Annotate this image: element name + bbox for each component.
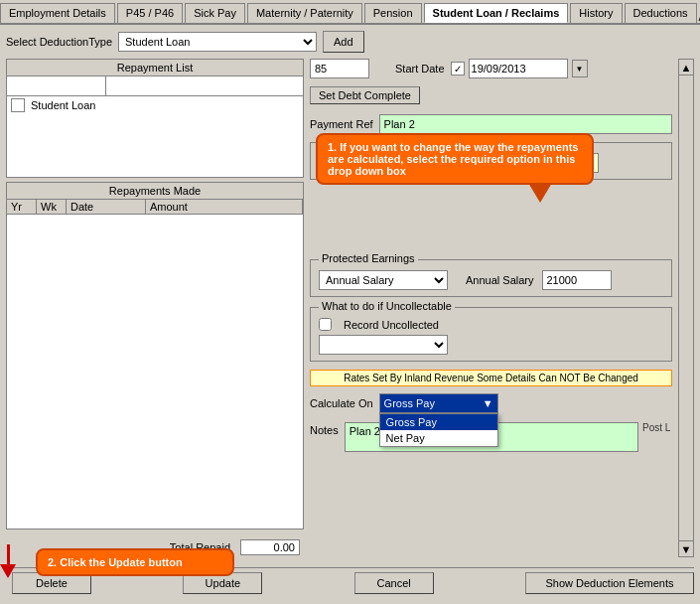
add-button[interactable]: Add: [323, 31, 364, 53]
payment-ref-input[interactable]: [379, 114, 672, 134]
option-net-pay[interactable]: Net Pay: [380, 430, 497, 446]
repayments-table-header: Yr Wk Date Amount: [7, 200, 303, 215]
option-gross-pay[interactable]: Gross Pay: [380, 414, 497, 430]
vertical-scrollbar[interactable]: ▲ ▼: [678, 59, 694, 557]
tab-student-loan[interactable]: Student Loan / Reclaims: [424, 3, 569, 23]
warning-bar: Rates Set By Inland Revenue Some Details…: [310, 370, 672, 386]
set-debt-complete-button[interactable]: Set Debt Complete: [310, 86, 420, 104]
start-date-input[interactable]: [469, 59, 568, 78]
scroll-up-button[interactable]: ▲: [679, 60, 693, 76]
tab-employment-details[interactable]: Employment Details: [0, 3, 115, 23]
cancel-button[interactable]: Cancel: [354, 572, 434, 594]
col-yr: Yr: [7, 200, 37, 214]
deduction-type-select[interactable]: Student Loan: [118, 32, 317, 52]
repayment-list-title: Repayment List: [7, 60, 303, 76]
student-loan-item[interactable]: Student Loan: [7, 96, 303, 114]
tab-sick-pay[interactable]: Sick Pay: [185, 3, 245, 23]
tab-p45-p46[interactable]: P45 / P46: [117, 3, 183, 23]
protected-earnings-title: Protected Earnings: [319, 252, 418, 264]
record-uncollected-checkbox[interactable]: [319, 318, 332, 331]
payment-ref-label: Payment Ref: [310, 118, 373, 130]
deduction-type-label: Select DeductionType: [6, 36, 112, 48]
notes-label: Notes: [310, 424, 339, 436]
deduction-type-row: Select DeductionType Student Loan Add: [6, 31, 694, 53]
tab-history[interactable]: History: [570, 3, 622, 23]
calculate-on-selected[interactable]: Gross Pay ▼: [379, 393, 498, 413]
col-date: Date: [67, 200, 146, 214]
calculate-on-popup: Gross Pay Net Pay: [379, 413, 498, 447]
record-uncollected-label: Record Uncollected: [344, 319, 439, 331]
amount-input[interactable]: [310, 59, 369, 78]
tooltip-1: 1. If you want to change the way the rep…: [316, 133, 594, 185]
calculate-on-dropdown[interactable]: Gross Pay ▼ Gross Pay Net Pay: [379, 393, 498, 413]
student-loan-label: Student Loan: [31, 99, 95, 111]
uncollectable-select[interactable]: [319, 335, 448, 355]
repayments-made-title: Repayments Made: [7, 183, 303, 200]
col-amount: Amount: [146, 200, 303, 214]
student-loan-checkbox[interactable]: [11, 98, 25, 112]
tab-deductions[interactable]: Deductions: [625, 3, 697, 23]
start-date-label: Start Date: [395, 63, 445, 75]
calculate-on-label: Calculate On: [310, 397, 373, 409]
uncollectable-title: What to do if Uncollectable: [319, 300, 455, 312]
tab-bar: Employment Details P45 / P46 Sick Pay Ma…: [0, 0, 700, 25]
show-deduction-elements-button[interactable]: Show Deduction Elements: [525, 572, 694, 594]
col-wk: Wk: [37, 200, 67, 214]
start-date-dropdown-arrow[interactable]: ▼: [572, 60, 588, 77]
scroll-down-button[interactable]: ▼: [679, 540, 693, 556]
annual-salary-input[interactable]: [542, 270, 612, 290]
annual-salary-label: Annual Salary: [466, 274, 534, 286]
tab-maternity[interactable]: Maternity / Paternity: [247, 3, 362, 23]
start-date-checkbox[interactable]: ✓: [451, 62, 465, 76]
protected-earnings-select[interactable]: Annual Salary: [319, 270, 448, 290]
tab-pension[interactable]: Pension: [364, 3, 422, 23]
post-l-label: Post L: [642, 422, 672, 433]
total-repaid-value: 0.00: [240, 539, 300, 555]
